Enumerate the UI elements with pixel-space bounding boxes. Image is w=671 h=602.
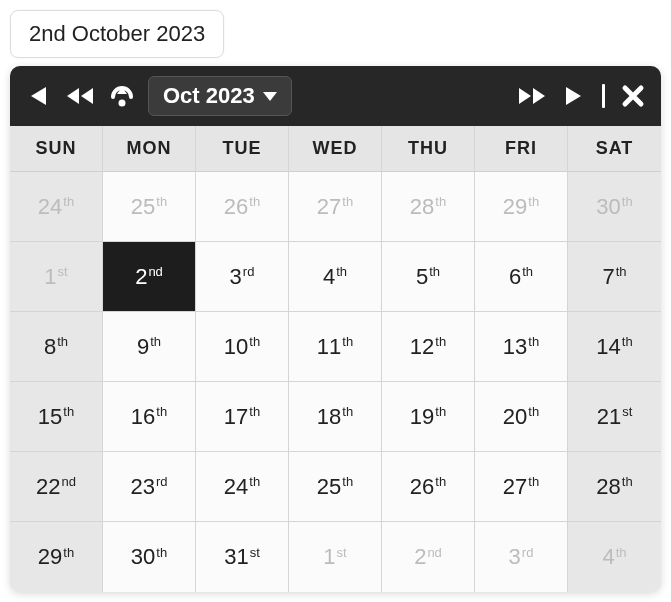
day-ordinal: th <box>435 334 446 349</box>
day-ordinal: th <box>57 334 68 349</box>
day-header: TUE <box>196 126 289 172</box>
calendar-day-cell[interactable]: 26th <box>382 452 475 522</box>
day-number: 26 <box>224 194 248 220</box>
calendar-day-cell[interactable]: 2nd <box>382 522 475 592</box>
selected-date-label: 2nd October 2023 <box>10 10 224 58</box>
day-number: 15 <box>38 404 62 430</box>
calendar-day-cell[interactable]: 28th <box>568 452 661 522</box>
calendar-day-cell[interactable]: 14th <box>568 312 661 382</box>
calendar-day-cell[interactable]: 29th <box>10 522 103 592</box>
day-ordinal: th <box>528 474 539 489</box>
day-number: 2 <box>135 264 147 290</box>
day-ordinal: th <box>522 264 533 279</box>
close-button[interactable] <box>619 82 647 110</box>
calendar-day-cell[interactable]: 16th <box>103 382 196 452</box>
calendar-day-cell[interactable]: 6th <box>475 242 568 312</box>
day-number: 1 <box>323 544 335 570</box>
day-ordinal: th <box>622 334 633 349</box>
day-number: 25 <box>131 194 155 220</box>
day-number: 4 <box>602 544 614 570</box>
calendar-day-cell[interactable]: 18th <box>289 382 382 452</box>
calendar-day-cell[interactable]: 28th <box>382 172 475 242</box>
day-ordinal: th <box>156 194 167 209</box>
day-ordinal: th <box>435 404 446 419</box>
day-ordinal: th <box>63 194 74 209</box>
day-ordinal: th <box>616 264 627 279</box>
day-number: 25 <box>317 474 341 500</box>
today-icon <box>109 84 135 108</box>
calendar-day-cell[interactable]: 1st <box>10 242 103 312</box>
month-selector-button[interactable]: Oct 2023 <box>148 76 292 116</box>
calendar-toolbar: Oct 2023 <box>10 66 661 126</box>
today-button[interactable] <box>108 82 136 110</box>
calendar-day-cell[interactable]: 4th <box>289 242 382 312</box>
calendar-day-cell[interactable]: 23rd <box>103 452 196 522</box>
day-ordinal: th <box>63 545 74 560</box>
close-icon <box>621 84 645 108</box>
day-ordinal: rd <box>243 264 255 279</box>
calendar-day-cell[interactable]: 21st <box>568 382 661 452</box>
day-number: 7 <box>602 264 614 290</box>
day-number: 26 <box>410 474 434 500</box>
calendar-day-cell[interactable]: 20th <box>475 382 568 452</box>
day-ordinal: th <box>342 334 353 349</box>
prev-year-button[interactable] <box>66 82 94 110</box>
calendar-day-cell[interactable]: 24th <box>196 452 289 522</box>
calendar-day-cell[interactable]: 7th <box>568 242 661 312</box>
day-header: SAT <box>568 126 661 172</box>
calendar-day-cell[interactable]: 3rd <box>475 522 568 592</box>
calendar-day-cell[interactable]: 19th <box>382 382 475 452</box>
day-ordinal: rd <box>156 474 168 489</box>
calendar-day-cell[interactable]: 27th <box>475 452 568 522</box>
day-number: 6 <box>509 264 521 290</box>
calendar-day-cell[interactable]: 31st <box>196 522 289 592</box>
calendar-day-cell[interactable]: 17th <box>196 382 289 452</box>
day-ordinal: th <box>249 474 260 489</box>
day-ordinal: th <box>336 264 347 279</box>
calendar-grid: 24th25th26th27th28th29th30th1st2nd3rd4th… <box>10 172 661 592</box>
calendar-day-cell[interactable]: 26th <box>196 172 289 242</box>
calendar-day-cell[interactable]: 25th <box>103 172 196 242</box>
calendar-day-cell[interactable]: 3rd <box>196 242 289 312</box>
day-number: 29 <box>503 194 527 220</box>
calendar-day-cell[interactable]: 8th <box>10 312 103 382</box>
day-header: THU <box>382 126 475 172</box>
calendar-day-cell[interactable]: 2nd <box>103 242 196 312</box>
calendar-day-cell[interactable]: 10th <box>196 312 289 382</box>
day-number: 24 <box>224 474 248 500</box>
day-ordinal: th <box>63 404 74 419</box>
calendar-day-cell[interactable]: 1st <box>289 522 382 592</box>
calendar-day-cell[interactable]: 15th <box>10 382 103 452</box>
calendar-day-cell[interactable]: 12th <box>382 312 475 382</box>
day-ordinal: th <box>342 404 353 419</box>
month-label: Oct 2023 <box>163 83 255 109</box>
next-year-button[interactable] <box>518 82 546 110</box>
day-number: 22 <box>36 474 60 500</box>
day-number: 20 <box>503 404 527 430</box>
calendar-day-cell[interactable]: 27th <box>289 172 382 242</box>
day-ordinal: th <box>435 194 446 209</box>
day-number: 29 <box>38 544 62 570</box>
calendar-day-cell[interactable]: 13th <box>475 312 568 382</box>
calendar-day-cell[interactable]: 11th <box>289 312 382 382</box>
prev-month-button[interactable] <box>24 82 52 110</box>
day-number: 3 <box>230 264 242 290</box>
day-headers: SUNMONTUEWEDTHUFRISAT <box>10 126 661 172</box>
triangle-right-icon <box>564 85 584 107</box>
calendar-day-cell[interactable]: 24th <box>10 172 103 242</box>
calendar-day-cell[interactable]: 29th <box>475 172 568 242</box>
calendar-day-cell[interactable]: 30th <box>103 522 196 592</box>
calendar-day-cell[interactable]: 25th <box>289 452 382 522</box>
calendar-day-cell[interactable]: 22nd <box>10 452 103 522</box>
calendar-day-cell[interactable]: 30th <box>568 172 661 242</box>
calendar-day-cell[interactable]: 4th <box>568 522 661 592</box>
day-number: 30 <box>131 544 155 570</box>
calendar: Oct 2023 SUNMONTUEWEDTHUFRISAT 24th25th2… <box>10 66 661 592</box>
day-number: 27 <box>503 474 527 500</box>
next-month-button[interactable] <box>560 82 588 110</box>
day-ordinal: th <box>249 334 260 349</box>
calendar-day-cell[interactable]: 5th <box>382 242 475 312</box>
day-ordinal: nd <box>148 264 162 279</box>
calendar-day-cell[interactable]: 9th <box>103 312 196 382</box>
day-ordinal: th <box>528 404 539 419</box>
